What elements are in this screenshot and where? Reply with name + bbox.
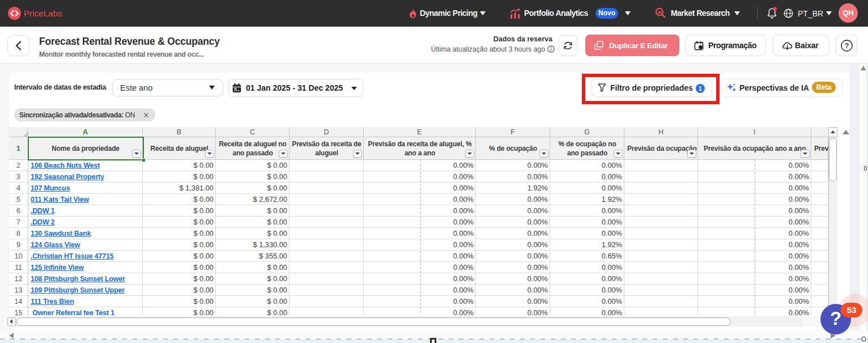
svg-text:?: ? bbox=[845, 42, 849, 50]
